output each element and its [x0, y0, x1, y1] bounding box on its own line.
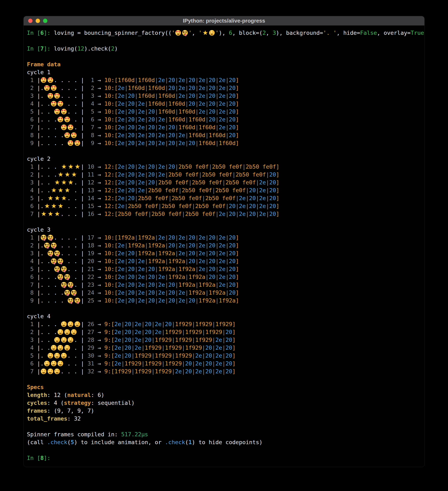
text-segment: . — [40, 203, 44, 209]
text-segment: | — [216, 116, 219, 123]
text-segment: 2e — [219, 282, 226, 288]
text-segment — [77, 250, 81, 256]
text-segment: 20 — [189, 297, 195, 304]
text-segment: 20 — [229, 101, 236, 107]
frame-row: 9 |. . . . ●◉●◉| 25 → 10:[2e|20|2e|20|2e… — [27, 297, 421, 304]
text-segment — [77, 101, 81, 107]
window-titlebar[interactable]: IPython: projects/alive-progress — [24, 16, 424, 26]
heart-emoji: ♥♥ — [61, 108, 67, 116]
text-segment: . — [54, 289, 57, 296]
text-segment: . — [74, 337, 77, 343]
text-segment — [77, 171, 81, 178]
text-segment: ] — [232, 345, 236, 351]
text-segment: | — [81, 321, 84, 327]
cycle-label: cycle 2 — [27, 155, 421, 163]
text-segment: [ — [114, 171, 118, 178]
text-segment: | — [162, 321, 165, 327]
text-segment: 20 — [125, 352, 131, 359]
text-segment — [57, 282, 60, 288]
compiled-duration-line: Spinner frames compiled in: 517.22µs — [27, 431, 421, 438]
text-segment — [51, 116, 54, 123]
text-segment: 13 — [84, 187, 98, 193]
text-segment: 12: — [104, 211, 114, 217]
text-segment: | — [175, 85, 178, 91]
text-segment: | — [165, 274, 168, 280]
starstruck-emoji: ★★ — [74, 320, 81, 328]
text-segment: ) — [192, 439, 195, 445]
text-segment: 2e — [219, 250, 226, 256]
text-segment: . — [47, 108, 51, 115]
frame-row: 4 |. .●◉●◉ . . | 20 → 10:[2e|20|2e|1f92a… — [27, 257, 421, 265]
text-segment — [57, 242, 60, 249]
input-line-7[interactable]: In [7]: loving(12).check(2) — [27, 45, 421, 53]
text-segment — [77, 234, 81, 241]
minimize-button[interactable] — [36, 19, 40, 23]
input-line-6[interactable]: In [6]: loving = bouncing_spinner_factor… — [27, 29, 421, 37]
text-segment: ) — [74, 439, 77, 445]
frame-row: 6 |. . .♥♥♥♥ . | 6 → 10:[2e|20|2e|20|2e|… — [27, 116, 421, 123]
text-segment: 4 — [27, 101, 37, 107]
text-segment: 1f92a — [189, 289, 205, 296]
text-segment — [64, 85, 67, 91]
input-line-8[interactable]: In [8]: — [27, 454, 421, 462]
text-segment: 2b50 fe0f — [212, 163, 242, 170]
text-segment: | — [175, 77, 178, 83]
text-segment: | — [37, 77, 40, 83]
text-segment: . — [47, 282, 51, 288]
blank-line — [27, 423, 421, 431]
text-segment: 20 — [249, 187, 256, 193]
zoom-button[interactable] — [43, 19, 47, 23]
close-button[interactable] — [28, 19, 33, 23]
text-segment: | — [81, 274, 84, 280]
text-segment: . — [74, 203, 77, 209]
text-segment: | — [202, 368, 205, 375]
text-segment: | — [205, 77, 209, 83]
text-segment: → — [98, 85, 104, 91]
text-segment: cycles — [27, 400, 47, 406]
star-emoji: ★ — [64, 171, 71, 179]
text-segment: . — [40, 93, 44, 99]
text-segment: 2e — [219, 242, 226, 249]
text-segment: 20 — [229, 258, 236, 264]
text-segment — [71, 203, 74, 209]
text-segment: 17 — [84, 234, 98, 241]
text-segment: 26 — [84, 321, 98, 327]
text-segment: . — [67, 242, 71, 249]
text-segment: | — [209, 163, 212, 170]
starstruck-emoji: ★★ — [61, 336, 67, 344]
text-segment — [64, 234, 67, 241]
text-segment — [64, 203, 67, 209]
text-segment: 3 — [27, 250, 37, 256]
text-segment: 8 — [27, 132, 37, 138]
text-segment: 20 — [148, 132, 155, 138]
text-segment: 2e — [118, 116, 125, 123]
text-segment: | — [37, 195, 40, 201]
text-segment: | — [125, 116, 128, 123]
text-segment: . — [40, 297, 44, 304]
frame-row: 6 |.★★★★★★ . . | 31 → 9:[2e|1f929|1f929|… — [27, 360, 421, 368]
text-segment: loving( — [54, 45, 77, 52]
text-segment: | — [195, 282, 199, 288]
text-segment: 20 — [148, 289, 155, 296]
text-segment — [77, 337, 81, 343]
text-segment: 1f929 — [175, 321, 192, 327]
frame-data-cycles: cycle 1 1 |♥♥♥♥. . . . | 1 → 10:[1f60d|1… — [27, 68, 421, 375]
zany-emoji: ●◉ — [182, 29, 189, 37]
text-segment: 1f929 — [135, 368, 151, 375]
text-segment: | — [81, 187, 84, 193]
text-segment: | — [81, 124, 84, 131]
terminal-content[interactable]: In [6]: loving = bouncing_spinner_factor… — [24, 26, 424, 467]
text-segment: . — [67, 250, 71, 256]
text-segment: 20 — [188, 250, 195, 256]
text-segment: | — [165, 132, 168, 138]
text-segment: 2e — [216, 368, 222, 375]
text-segment: . — [67, 85, 71, 91]
text-segment: 20 — [205, 360, 212, 367]
text-segment: . — [40, 282, 44, 288]
text-segment: 2e — [114, 352, 121, 359]
zany-emoji: ●◉ — [67, 281, 74, 289]
text-segment: → — [98, 289, 104, 296]
text-segment: | — [175, 124, 178, 131]
text-segment: : sequential) — [91, 400, 135, 406]
text-segment — [51, 140, 54, 146]
